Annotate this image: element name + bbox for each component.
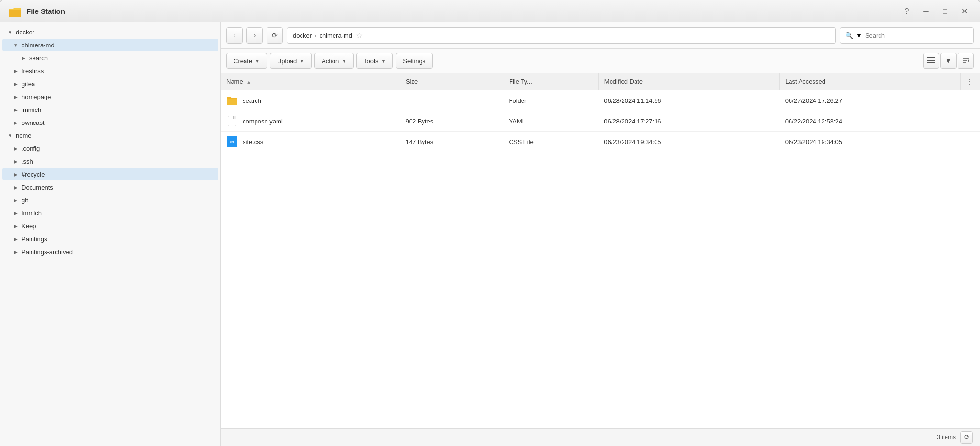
tree-toggle-paintings-archived[interactable]: ▶ xyxy=(12,248,20,256)
sidebar-label-recycle: #recycle xyxy=(22,171,214,178)
settings-button[interactable]: Settings xyxy=(396,53,433,69)
file-name-site-css: site.css xyxy=(243,138,263,145)
sidebar-item-freshrss[interactable]: ▶freshrss xyxy=(2,65,218,77)
column-accessed[interactable]: Last Accessed xyxy=(780,73,960,90)
svg-rect-3 xyxy=(927,57,935,58)
sidebar-item-paintings-archived[interactable]: ▶Paintings-archived xyxy=(2,245,218,258)
tree-toggle-owncast[interactable]: ▶ xyxy=(12,119,20,126)
upload-arrow: ▼ xyxy=(300,58,304,64)
file-accessed-site-css: 06/23/2024 19:34:05 xyxy=(780,132,960,152)
file-table: Name ▲ Size File Ty... Modified Date Las… xyxy=(221,73,980,152)
tree-toggle-gitea[interactable]: ▶ xyxy=(12,80,20,88)
sidebar-item-chimera-md[interactable]: ▼chimera-md xyxy=(2,39,218,51)
sidebar-label-paintings-archived: Paintings-archived xyxy=(22,248,214,256)
sidebar-item-ssh[interactable]: ▶.ssh xyxy=(2,155,218,167)
sidebar-item-paintings[interactable]: ▶Paintings xyxy=(2,233,218,245)
file-name-cell-site-css: </>site.css xyxy=(226,136,394,147)
sidebar-item-docker[interactable]: ▼docker xyxy=(2,26,218,38)
sidebar-item-git[interactable]: ▶git xyxy=(2,194,218,206)
css-file-icon: </> xyxy=(226,136,238,147)
file-modified-site-css: 06/23/2024 19:34:05 xyxy=(598,132,779,152)
maximize-button[interactable]: □ xyxy=(937,4,953,19)
list-view-button[interactable] xyxy=(923,53,939,69)
sidebar-label-docker: docker xyxy=(16,29,214,36)
sidebar-item-recycle[interactable]: ▶#recycle xyxy=(2,168,218,180)
search-dropdown-arrow[interactable]: ▼ xyxy=(856,32,862,39)
table-row[interactable]: compose.yaml902 BytesYAML ...06/28/2024 … xyxy=(221,111,980,132)
sidebar-item-config[interactable]: ▶.config xyxy=(2,142,218,155)
sidebar-item-immich2[interactable]: ▶Immich xyxy=(2,207,218,219)
sidebar-label-chimera-md: chimera-md xyxy=(22,42,214,49)
forward-button[interactable]: › xyxy=(246,27,263,44)
svg-rect-5 xyxy=(927,62,935,63)
sidebar: ▼docker▼chimera-md▶search▶freshrss▶gitea… xyxy=(0,22,221,446)
column-size[interactable]: Size xyxy=(400,73,503,90)
view-dropdown-button[interactable]: ▼ xyxy=(940,53,957,69)
file-accessed-search-folder: 06/27/2024 17:26:27 xyxy=(780,90,960,111)
column-type[interactable]: File Ty... xyxy=(503,73,599,90)
action-button[interactable]: Action ▼ xyxy=(314,53,354,69)
sidebar-item-homepage[interactable]: ▶homepage xyxy=(2,90,218,103)
file-options-search-folder xyxy=(960,90,980,111)
status-bar: 3 items ⟳ xyxy=(221,428,980,446)
file-list-container[interactable]: Name ▲ Size File Ty... Modified Date Las… xyxy=(221,73,980,428)
sidebar-label-home: home xyxy=(16,132,214,139)
file-name-cell-search-folder: search xyxy=(226,95,394,106)
tree-toggle-home[interactable]: ▼ xyxy=(6,132,14,139)
tree-toggle-git[interactable]: ▶ xyxy=(12,196,20,204)
file-type-search-folder: Folder xyxy=(503,90,599,111)
tree-toggle-chimera-md[interactable]: ▼ xyxy=(12,41,20,49)
sidebar-item-owncast[interactable]: ▶owncast xyxy=(2,116,218,129)
path-segment-chimera-md[interactable]: chimera-md xyxy=(319,32,352,39)
sidebar-item-keep[interactable]: ▶Keep xyxy=(2,220,218,232)
tree-toggle-recycle[interactable]: ▶ xyxy=(12,170,20,178)
tree-toggle-config[interactable]: ▶ xyxy=(12,145,20,152)
sidebar-item-immich[interactable]: ▶immich xyxy=(2,103,218,116)
create-arrow: ▼ xyxy=(255,58,260,64)
right-panel: ‹ › ⟳ docker › chimera-md ☆ 🔍 ▼ C xyxy=(221,22,980,446)
minimize-button[interactable]: ─ xyxy=(918,4,934,19)
close-button[interactable]: ✕ xyxy=(957,4,972,19)
path-segment-docker[interactable]: docker xyxy=(293,32,312,39)
create-button[interactable]: Create ▼ xyxy=(226,53,267,69)
tree-toggle-homepage[interactable]: ▶ xyxy=(12,93,20,100)
sidebar-label-search: search xyxy=(29,55,214,62)
table-header-row: Name ▲ Size File Ty... Modified Date Las… xyxy=(221,73,980,90)
sidebar-label-git: git xyxy=(22,197,214,204)
tree-toggle-freshrss[interactable]: ▶ xyxy=(12,67,20,75)
tree-toggle-docker[interactable]: ▼ xyxy=(6,28,14,36)
column-modified[interactable]: Modified Date xyxy=(598,73,779,90)
table-row[interactable]: </>site.css147 BytesCSS File06/23/2024 1… xyxy=(221,132,980,152)
refresh-button[interactable]: ⟳ xyxy=(267,27,283,44)
sidebar-label-immich: immich xyxy=(22,106,214,113)
tools-button[interactable]: Tools ▼ xyxy=(356,53,393,69)
favorite-button[interactable]: ☆ xyxy=(356,31,363,40)
tree-toggle-documents[interactable]: ▶ xyxy=(12,183,20,191)
help-button[interactable]: ? xyxy=(899,4,914,19)
tree-toggle-search[interactable]: ▶ xyxy=(20,54,27,62)
tree-toggle-ssh[interactable]: ▶ xyxy=(12,157,20,165)
status-refresh-button[interactable]: ⟳ xyxy=(960,431,973,444)
search-icon: 🔍 xyxy=(845,32,853,39)
file-size-compose-yaml: 902 Bytes xyxy=(400,111,503,132)
file-type-compose-yaml: YAML ... xyxy=(503,111,599,132)
sort-button[interactable] xyxy=(958,53,974,69)
upload-label: Upload xyxy=(277,57,297,65)
tree-toggle-paintings[interactable]: ▶ xyxy=(12,235,20,243)
upload-button[interactable]: Upload ▼ xyxy=(270,53,312,69)
file-size-search-folder xyxy=(400,90,503,111)
tree-toggle-immich[interactable]: ▶ xyxy=(12,106,20,113)
sidebar-item-home[interactable]: ▼home xyxy=(2,129,218,142)
search-input[interactable] xyxy=(865,32,969,39)
table-row[interactable]: searchFolder06/28/2024 11:14:5606/27/202… xyxy=(221,90,980,111)
sidebar-item-documents[interactable]: ▶Documents xyxy=(2,181,218,193)
column-name[interactable]: Name ▲ xyxy=(221,73,400,90)
file-options-site-css xyxy=(960,132,980,152)
tree-toggle-keep[interactable]: ▶ xyxy=(12,222,20,230)
sidebar-item-search[interactable]: ▶search xyxy=(2,52,218,64)
back-button[interactable]: ‹ xyxy=(226,27,243,44)
sidebar-item-gitea[interactable]: ▶gitea xyxy=(2,78,218,90)
view-buttons: ▼ xyxy=(923,53,974,69)
tree-toggle-immich2[interactable]: ▶ xyxy=(12,209,20,217)
column-options[interactable]: ⋮ xyxy=(960,73,980,90)
